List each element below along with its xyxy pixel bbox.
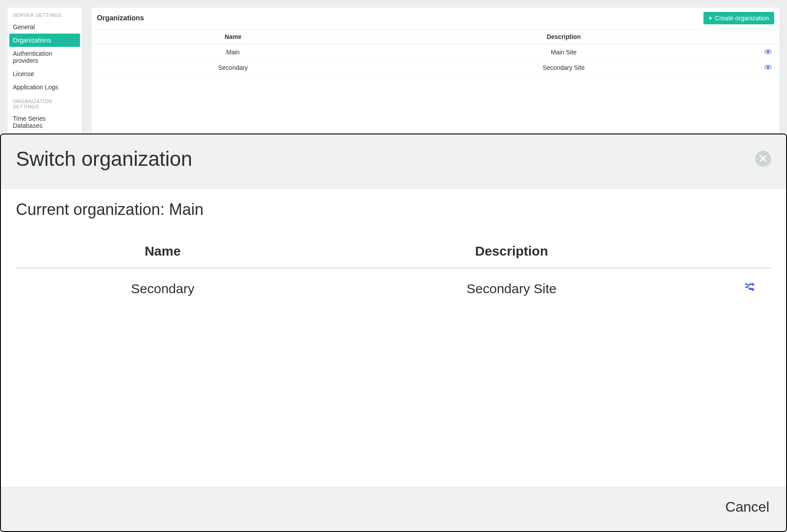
col-name: Name	[92, 29, 374, 45]
cell-action	[753, 45, 779, 60]
organizations-table: Name Description Main Main Site	[92, 29, 779, 76]
col-description: Description	[374, 29, 753, 45]
switch-cell-description: Secondary Site	[309, 268, 714, 309]
cell-name: Main	[92, 45, 374, 60]
switch-col-name: Name	[16, 238, 309, 268]
svg-point-1	[767, 66, 769, 68]
sidebar-item-label: General	[13, 23, 35, 31]
switch-col-description: Description	[309, 238, 714, 268]
sidebar-item-label: Organizations	[13, 37, 51, 44]
cell-description: Main Site	[374, 45, 753, 60]
sidebar-item-license[interactable]: License	[8, 67, 82, 80]
modal-footer: Cancel	[1, 487, 786, 531]
current-organization-heading: Current organization: Main	[16, 200, 771, 219]
sidebar-item-general[interactable]: General	[8, 20, 82, 34]
switch-organization-modal: Switch organization Current organization…	[0, 134, 787, 532]
svg-point-0	[767, 51, 769, 53]
table-row[interactable]: Secondary Secondary Site	[92, 60, 779, 76]
sidebar-section-server: SERVER SETTINGS	[8, 8, 82, 20]
close-icon	[760, 154, 767, 164]
modal-body: Current organization: Main Name Descript…	[1, 189, 786, 487]
sidebar-item-auth-providers[interactable]: Authentication providers	[8, 47, 82, 67]
eye-icon[interactable]	[764, 64, 772, 71]
sidebar-item-organizations[interactable]: Organizations	[9, 34, 80, 47]
eye-icon[interactable]	[764, 49, 772, 56]
plus-icon: +	[709, 15, 712, 21]
switch-cell-action	[714, 268, 771, 309]
cell-action	[753, 60, 779, 76]
panel-header: Organizations + Create organization	[92, 8, 779, 29]
sidebar-item-label: License	[13, 70, 34, 77]
switch-col-action	[714, 238, 771, 268]
switch-cell-name: Secondary	[16, 268, 309, 309]
create-organization-button[interactable]: + Create organization	[703, 12, 774, 24]
current-org-prefix: Current organization:	[16, 200, 169, 218]
cell-description: Secondary Site	[374, 60, 753, 76]
cancel-button[interactable]: Cancel	[725, 499, 769, 515]
switch-organization-table: Name Description Secondary Secondary Sit…	[16, 238, 771, 309]
col-action	[753, 29, 779, 45]
cell-name: Secondary	[92, 60, 374, 76]
sidebar-item-tsdb[interactable]: Time Series Databases	[8, 112, 82, 132]
sidebar-item-label: Time Series Databases	[13, 115, 46, 129]
modal-title: Switch organization	[16, 147, 192, 171]
current-org-name: Main	[169, 200, 203, 218]
create-organization-label: Create organization	[715, 15, 769, 22]
sidebar-item-label: Application Logs	[13, 84, 58, 91]
shuffle-icon[interactable]	[743, 281, 757, 296]
close-button[interactable]	[755, 151, 771, 167]
sidebar-section-org: ORGANIZATION SETTINGS	[8, 94, 82, 112]
table-row[interactable]: Main Main Site	[92, 45, 779, 60]
cancel-label: Cancel	[725, 499, 769, 515]
panel-title: Organizations	[97, 14, 144, 22]
sidebar-item-application-logs[interactable]: Application Logs	[8, 80, 82, 94]
switch-table-row: Secondary Secondary Site	[16, 268, 771, 309]
sidebar-item-label: Authentication providers	[13, 50, 52, 64]
modal-header: Switch organization	[1, 134, 786, 189]
